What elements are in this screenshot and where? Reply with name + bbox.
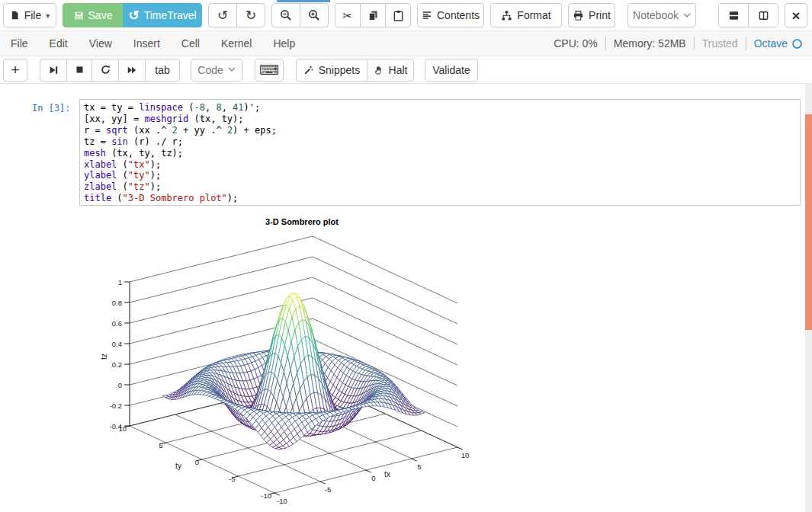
svg-text:-0.2: -0.2 bbox=[110, 402, 122, 410]
svg-text:0.8: 0.8 bbox=[112, 299, 122, 307]
menu-cell[interactable]: Cell bbox=[171, 37, 210, 50]
svg-text:0: 0 bbox=[118, 381, 122, 389]
tab-label: tab bbox=[155, 64, 169, 76]
print-button[interactable]: Print bbox=[568, 3, 615, 27]
menu-insert[interactable]: Insert bbox=[123, 37, 171, 50]
snippets-button[interactable]: Snippets bbox=[296, 59, 367, 82]
timetravel-button[interactable]: ↺ TimeTravel bbox=[123, 3, 202, 27]
step-forward-icon bbox=[48, 65, 59, 75]
cocalc-jupyter-app: File ▾ Save ↺ TimeTravel ↺ ↻ bbox=[0, 0, 812, 512]
cut-button[interactable]: ✂ bbox=[335, 3, 361, 27]
magic-wand-icon bbox=[303, 65, 314, 75]
zoom-out-icon bbox=[280, 9, 292, 21]
memory-usage: Memory: 52MB bbox=[614, 37, 686, 50]
kernel-status-icon bbox=[791, 38, 803, 50]
insert-cell-button[interactable]: + bbox=[3, 59, 27, 82]
menu-edit[interactable]: Edit bbox=[39, 37, 79, 50]
svg-text:-10: -10 bbox=[261, 491, 271, 500]
zoom-in-icon bbox=[308, 9, 320, 21]
svg-text:ty: ty bbox=[175, 462, 181, 470]
scrollbar-track[interactable] bbox=[805, 84, 812, 512]
copy-icon bbox=[367, 10, 379, 21]
print-label: Print bbox=[589, 9, 611, 21]
hand-icon bbox=[374, 65, 384, 75]
kernel-selector[interactable]: Octave bbox=[754, 37, 803, 50]
run-group: tab bbox=[40, 59, 180, 82]
split-row-button[interactable] bbox=[718, 3, 749, 27]
svg-text:0: 0 bbox=[195, 458, 199, 466]
halt-button[interactable]: Halt bbox=[367, 59, 414, 82]
svg-text:5: 5 bbox=[417, 462, 421, 471]
list-icon bbox=[422, 10, 432, 21]
menu-help[interactable]: Help bbox=[262, 37, 306, 50]
svg-text:10: 10 bbox=[118, 424, 127, 433]
code-editor[interactable]: tx = ty = linspace (-8, 8, 41)';[xx, yy]… bbox=[79, 99, 801, 206]
split-column-button[interactable] bbox=[748, 3, 778, 27]
clipboard-group: ✂ bbox=[335, 3, 411, 27]
svg-text:-5: -5 bbox=[325, 485, 331, 494]
run-all-button[interactable] bbox=[118, 59, 146, 82]
scrollbar-thumb[interactable] bbox=[805, 114, 812, 330]
run-toolbar: + tab Code ⌨ Snippets bbox=[0, 56, 812, 84]
zoom-out-button[interactable] bbox=[271, 3, 300, 27]
svg-text:0.4: 0.4 bbox=[112, 340, 122, 348]
undo-icon: ↺ bbox=[217, 9, 228, 22]
redo-button[interactable]: ↻ bbox=[236, 3, 265, 27]
halt-label: Halt bbox=[389, 64, 408, 76]
paste-icon bbox=[393, 10, 404, 21]
svg-text:0.6: 0.6 bbox=[112, 319, 122, 328]
menu-kernel[interactable]: Kernel bbox=[210, 37, 262, 50]
stop-icon bbox=[75, 65, 85, 75]
cpu-usage: CPU: 0% bbox=[554, 37, 598, 50]
svg-text:0.2: 0.2 bbox=[112, 360, 122, 369]
zoom-in-button[interactable] bbox=[300, 3, 329, 27]
menu-file[interactable]: File bbox=[0, 37, 39, 50]
validate-label: Validate bbox=[432, 64, 470, 76]
menu-view[interactable]: View bbox=[79, 37, 123, 50]
keyboard-icon: ⌨ bbox=[259, 63, 279, 77]
caret-down-icon: ▾ bbox=[46, 11, 50, 20]
status-cluster: CPU: 0% Memory: 52MB Trusted Octave bbox=[554, 37, 812, 50]
trusted-badge: Trusted bbox=[702, 37, 738, 50]
paste-button[interactable] bbox=[385, 3, 411, 27]
notebook-area: In [3]: 7.688 seconds 3 tx = ty = linspa… bbox=[0, 84, 812, 512]
validate-button[interactable]: Validate bbox=[425, 59, 478, 82]
plus-icon: + bbox=[11, 62, 19, 77]
kernel-name: Octave bbox=[754, 37, 788, 50]
printer-icon bbox=[573, 10, 584, 21]
history-icon: ↺ bbox=[128, 9, 139, 22]
fast-forward-icon bbox=[127, 65, 137, 75]
tab-complete-button[interactable]: tab bbox=[145, 59, 180, 82]
stop-button[interactable] bbox=[66, 59, 92, 82]
undo-button[interactable]: ↺ bbox=[208, 3, 237, 27]
save-button[interactable]: Save bbox=[63, 3, 124, 27]
copy-button[interactable] bbox=[360, 3, 386, 27]
file-menu-button[interactable]: File ▾ bbox=[3, 3, 56, 27]
cell-type-dropdown[interactable]: Code bbox=[191, 59, 242, 82]
svg-text:-5: -5 bbox=[229, 475, 235, 483]
svg-text:10: 10 bbox=[461, 451, 470, 459]
contents-button[interactable]: Contents bbox=[417, 3, 484, 27]
scissors-icon: ✂ bbox=[343, 10, 353, 21]
run-cell-button[interactable] bbox=[40, 59, 67, 82]
restart-icon bbox=[100, 64, 111, 75]
svg-text:5: 5 bbox=[159, 441, 162, 450]
chevron-down-icon bbox=[683, 13, 691, 18]
plot-output: 10.80.60.40.20-0.2-0.4-10-50510-10-50510… bbox=[79, 213, 522, 512]
svg-text:1: 1 bbox=[118, 278, 122, 286]
zoom-group bbox=[271, 3, 329, 27]
redo-icon: ↻ bbox=[246, 9, 256, 22]
cell-type-label: Code bbox=[197, 64, 223, 76]
close-frame-button[interactable]: × bbox=[785, 3, 807, 27]
svg-text:3-D Sombrero plot: 3-D Sombrero plot bbox=[265, 217, 339, 226]
snippets-label: Snippets bbox=[319, 64, 360, 76]
frame-type-dropdown[interactable]: Notebook bbox=[627, 3, 696, 27]
svg-text:tz: tz bbox=[100, 354, 108, 360]
format-button[interactable]: Format bbox=[490, 3, 562, 27]
save-icon bbox=[74, 11, 84, 21]
save-timetravel-group: Save ↺ TimeTravel bbox=[63, 3, 202, 27]
restart-kernel-button[interactable] bbox=[91, 59, 119, 82]
active-frame-indicator bbox=[277, 0, 330, 2]
keyboard-shortcuts-button[interactable]: ⌨ bbox=[255, 59, 284, 82]
split-column-icon bbox=[758, 10, 769, 21]
